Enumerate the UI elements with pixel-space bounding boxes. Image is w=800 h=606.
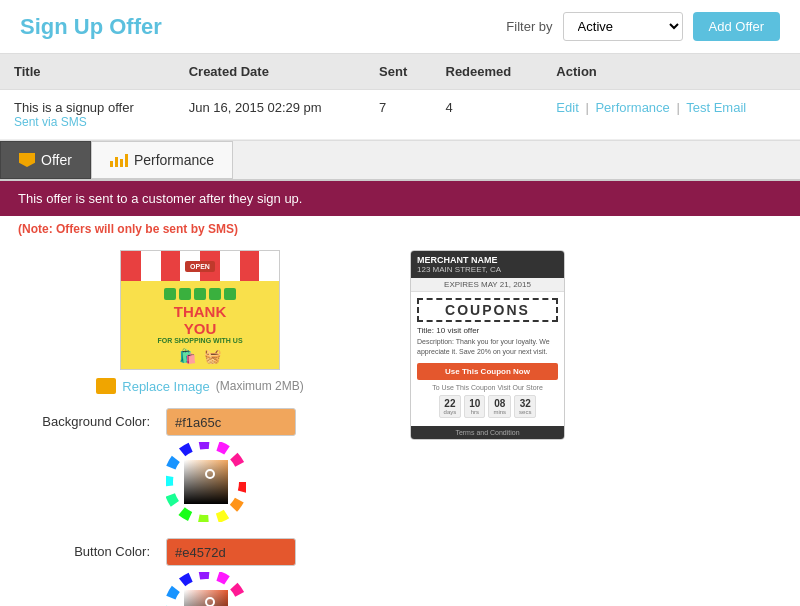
countdown-days: 22 days [439,395,462,418]
secs-num: 32 [519,398,531,409]
tab-offer-label: Offer [41,152,72,168]
merchant-name: MERCHANT NAME [417,255,558,265]
button-color-input[interactable] [166,538,296,566]
tab-offer[interactable]: Offer [0,141,91,179]
left-panel: OPEN THANKYOU FOR SHOPPING WI [30,250,370,606]
col-redeemed: Redeemed [432,54,543,90]
countdown-secs: 32 secs [514,395,536,418]
offer-image: OPEN THANKYOU FOR SHOPPING WI [120,250,280,370]
hrs-num: 10 [469,398,480,409]
offer-body: OPEN THANKYOU FOR SHOPPING WI [0,240,800,606]
action-cell: Edit | Performance | Test Email [542,90,800,140]
coupon-sub-text: To Use This Coupon Visit Our Store [417,384,558,391]
shop-roof: OPEN [121,251,279,281]
sent-via-sms: Sent via SMS [14,115,161,129]
tab-performance-label: Performance [134,152,214,168]
countdown: 22 days 10 hrs 08 mins 32 [417,395,558,418]
coupon-header: MERCHANT NAME 123 MAIN STREET, CA [411,251,564,278]
svg-rect-14 [184,460,228,504]
background-color-wheel[interactable] [166,442,246,522]
offer-title-text: This is a signup offer [14,100,161,115]
banner-text: This offer is sent to a customer after t… [18,191,302,206]
edit-link[interactable]: Edit [556,100,578,115]
coupon-body: COUPONS Title: 10 visit offer Descriptio… [411,292,564,426]
button-color-wheel[interactable] [166,572,246,606]
page-title: Sign Up Offer [20,14,162,40]
coupon-description: Description: Thank you for your loyalty.… [417,337,558,357]
col-title: Title [0,54,175,90]
offer-title-cell: This is a signup offer Sent via SMS [0,90,175,140]
button-color-row: Button Color: [30,538,370,606]
coupon-title: Title: 10 visit offer [417,326,558,335]
note-text: (Note: Offers will only be sent by SMS) [0,216,800,240]
coupon-date: EXPIRES MAY 21, 2015 [411,278,564,292]
background-color-input[interactable] [166,408,296,436]
created-date-cell: Jun 16, 2015 02:29 pm [175,90,365,140]
performance-link[interactable]: Performance [595,100,669,115]
open-sign: OPEN [185,261,215,272]
offer-image-container: OPEN THANKYOU FOR SHOPPING WI [30,250,370,394]
background-color-row: Background Color: [30,408,370,522]
action-links: Edit | Performance | Test Email [556,100,786,115]
filter-select[interactable]: Active Inactive All [563,12,683,41]
sent-cell: 7 [365,90,431,140]
mins-num: 08 [493,398,506,409]
tabs-row: Offer Performance [0,140,800,181]
top-bar: Sign Up Offer Filter by Active Inactive … [0,0,800,54]
coupons-label: COUPONS [417,298,558,322]
replace-image-link[interactable]: Replace Image [122,379,209,394]
offer-tag-icon [19,153,35,167]
test-email-link[interactable]: Test Email [686,100,746,115]
right-panel: MERCHANT NAME 123 MAIN STREET, CA EXPIRE… [410,250,565,440]
countdown-hrs: 10 hrs [464,395,485,418]
col-created-date: Created Date [175,54,365,90]
col-sent: Sent [365,54,431,90]
shopping-text: FOR SHOPPING WITH US [157,337,242,344]
content-area: This offer is sent to a customer after t… [0,181,800,606]
col-action: Action [542,54,800,90]
merchant-address: 123 MAIN STREET, CA [417,265,558,274]
countdown-mins: 08 mins [488,395,511,418]
thank-you-text: THANKYOU [174,304,227,337]
replace-image-row: Replace Image (Maximum 2MB) [30,378,370,394]
add-offer-button[interactable]: Add Offer [693,12,780,41]
use-coupon-button: Use This Coupon Now [417,363,558,380]
coupon-preview: MERCHANT NAME 123 MAIN STREET, CA EXPIRE… [410,250,565,440]
button-color-label: Button Color: [30,538,150,559]
chart-icon [110,153,128,167]
tab-performance[interactable]: Performance [91,141,233,179]
table-row: This is a signup offer Sent via SMS Jun … [0,90,800,140]
redeemed-cell: 4 [432,90,543,140]
background-color-label: Background Color: [30,408,150,429]
filter-area: Filter by Active Inactive All Add Offer [506,12,780,41]
max-size-text: (Maximum 2MB) [216,379,304,393]
camera-icon [96,378,116,394]
info-banner: This offer is sent to a customer after t… [0,181,800,216]
offers-table: Title Created Date Sent Redeemed Action … [0,54,800,140]
coupon-footer: Terms and Condition [411,426,564,439]
offers-table-container: Title Created Date Sent Redeemed Action … [0,54,800,140]
filter-label: Filter by [506,19,552,34]
days-num: 22 [444,398,457,409]
shop-body: THANKYOU FOR SHOPPING WITH US 🛍️ 🧺 [121,281,279,370]
